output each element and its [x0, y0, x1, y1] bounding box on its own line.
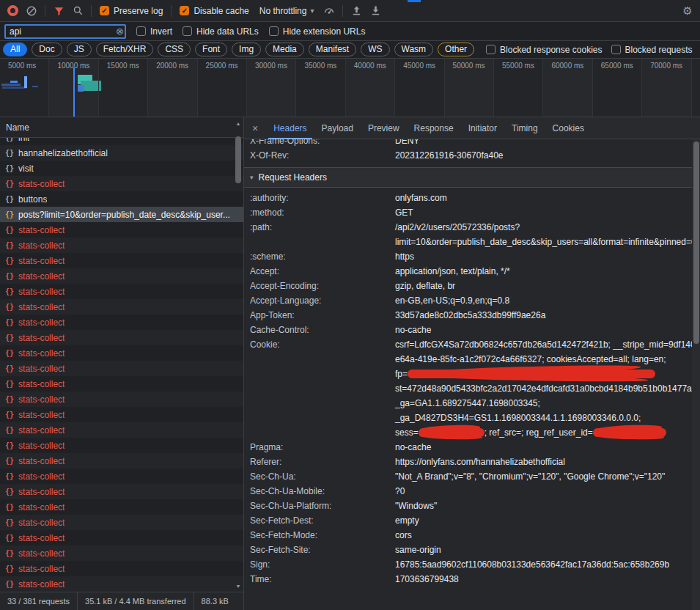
- header-value: GET: [395, 205, 690, 220]
- hide-data-urls-checkbox[interactable]: Hide data URLs: [183, 26, 259, 37]
- request-row-stats-collect[interactable]: {}stats-collect: [0, 499, 243, 515]
- request-name: stats-collect: [18, 410, 65, 420]
- tab-response[interactable]: Response: [409, 117, 459, 139]
- filter-chip-ws[interactable]: WS: [361, 43, 389, 56]
- checkbox-blocked-response-cookies[interactable]: Blocked response cookies: [486, 45, 602, 55]
- header-name: :scheme:: [250, 249, 395, 264]
- filter-chip-all[interactable]: All: [3, 43, 27, 56]
- json-braces-icon: {}: [5, 457, 14, 465]
- filter-chip-img[interactable]: Img: [232, 43, 261, 56]
- request-row-stats-collect[interactable]: {}stats-collect: [0, 515, 243, 530]
- checkbox-label: Blocked response cookies: [500, 45, 602, 55]
- throttling-value: No throttling: [259, 6, 307, 16]
- request-row-stats-collect[interactable]: {}stats-collect: [0, 576, 243, 592]
- request-row-stats-collect[interactable]: {}stats-collect: [0, 484, 243, 499]
- header-value: "Windows": [395, 499, 690, 513]
- record-button[interactable]: [3, 2, 22, 20]
- request-row-stats-collect[interactable]: {}stats-collect: [0, 299, 243, 315]
- timeline-band: 30000 ms: [247, 59, 296, 117]
- header-value: "Not_A Brand";v="8", "Chromium";v="120",…: [395, 469, 690, 484]
- filter-chip-other[interactable]: Other: [438, 43, 474, 56]
- clear-filter-icon[interactable]: ⊗: [116, 26, 124, 37]
- tab-timing[interactable]: Timing: [506, 117, 543, 139]
- request-row-stats-collect[interactable]: {}stats-collect: [0, 315, 243, 330]
- request-row-stats-collect[interactable]: {}stats-collect: [0, 530, 243, 545]
- settings-gear-button[interactable]: ⚙: [678, 2, 697, 20]
- overview-timeline[interactable]: 5000 ms10000 ms15000 ms20000 ms25000 ms3…: [0, 59, 700, 117]
- timeline-tick-label: 50000 ms: [453, 62, 485, 70]
- request-row-stats-collect[interactable]: {}stats-collect: [0, 392, 243, 407]
- network-conditions-button[interactable]: [320, 2, 339, 20]
- throttling-select[interactable]: No throttling ▾: [259, 6, 314, 16]
- tab-headers[interactable]: Headers: [268, 117, 312, 139]
- disable-cache-checkbox[interactable]: ✓ Disable cache: [180, 6, 248, 16]
- clear-button[interactable]: [22, 2, 41, 20]
- request-row-stats-collect[interactable]: {}stats-collect: [0, 176, 243, 191]
- export-har-button[interactable]: [366, 2, 385, 20]
- import-har-button[interactable]: [347, 2, 366, 20]
- invert-checkbox[interactable]: Invert: [136, 26, 172, 37]
- scrollbar-thumb[interactable]: [693, 142, 699, 344]
- request-row-stats-collect[interactable]: {}stats-collect: [0, 361, 243, 376]
- request-row-stats-collect[interactable]: {}stats-collect: [0, 376, 243, 392]
- filter-chip-manifest[interactable]: Manifest: [309, 43, 356, 56]
- filter-chip-wasm[interactable]: Wasm: [394, 43, 434, 56]
- close-details-icon[interactable]: ×: [244, 122, 266, 134]
- request-headers-section-header[interactable]: ▾ Request Headers: [244, 168, 700, 187]
- request-row-stats-collect[interactable]: {}stats-collect: [0, 407, 243, 422]
- tab-cookies[interactable]: Cookies: [548, 117, 589, 139]
- request-table-panel: Name {}init{}hannahelizabethofficial{}vi…: [0, 117, 243, 610]
- filter-chip-js[interactable]: JS: [67, 43, 92, 56]
- filter-chip-doc[interactable]: Doc: [32, 43, 62, 56]
- preserve-log-checkbox[interactable]: ✓ Preserve log: [100, 6, 163, 16]
- request-row-posts-limit-10-order-publish-d[interactable]: {}posts?limit=10&order=publish_date_desc…: [0, 207, 243, 222]
- filter-chip-fetch-xhr[interactable]: Fetch/XHR: [96, 43, 154, 56]
- request-row-stats-collect[interactable]: {}stats-collect: [0, 453, 243, 468]
- filter-toggle-button[interactable]: [49, 2, 68, 20]
- request-row-stats-collect[interactable]: {}stats-collect: [0, 284, 243, 299]
- hide-extension-urls-checkbox[interactable]: Hide extension URLs: [269, 26, 366, 37]
- request-row-stats-collect[interactable]: {}stats-collect: [0, 468, 243, 484]
- request-row-stats-collect[interactable]: {}stats-collect: [0, 330, 243, 345]
- request-list-scrollbar: ▲ ▼: [234, 119, 243, 590]
- filter-chip-font[interactable]: Font: [195, 43, 227, 56]
- disable-cache-label: Disable cache: [194, 6, 248, 16]
- scroll-up-icon[interactable]: ▲: [234, 119, 243, 128]
- request-row-buttons[interactable]: {}buttons: [0, 191, 243, 207]
- request-row-stats-collect[interactable]: {}stats-collect: [0, 561, 243, 576]
- filter-chip-media[interactable]: Media: [265, 43, 304, 56]
- filter-input[interactable]: [4, 24, 126, 39]
- tab-initiator[interactable]: Initiator: [463, 117, 502, 139]
- request-row-stats-collect[interactable]: {}stats-collect: [0, 268, 243, 284]
- request-row-stats-collect[interactable]: {}stats-collect: [0, 545, 243, 561]
- json-braces-icon: {}: [5, 565, 14, 573]
- header-name: Sec-Ch-Ua-Platform:: [250, 499, 395, 513]
- scrollbar-thumb[interactable]: [235, 136, 241, 183]
- timeline-band: 5000 ms: [0, 59, 49, 117]
- timeline-tick-label: 10000 ms: [57, 62, 89, 70]
- name-column-label: Name: [6, 122, 29, 133]
- request-row-hannahelizabethofficial[interactable]: {}hannahelizabethofficial: [0, 145, 243, 161]
- request-row-stats-collect[interactable]: {}stats-collect: [0, 238, 243, 253]
- json-braces-icon: {}: [5, 164, 14, 172]
- search-icon: [73, 5, 84, 16]
- tab-preview[interactable]: Preview: [363, 117, 405, 139]
- focus-highlight-strip: [408, 0, 421, 2]
- header-value: application/json, text/plain, */*: [395, 264, 690, 279]
- request-row-stats-collect[interactable]: {}stats-collect: [0, 438, 243, 453]
- request-row-stats-collect[interactable]: {}stats-collect: [0, 253, 243, 268]
- request-row-stats-collect[interactable]: {}stats-collect: [0, 222, 243, 238]
- search-button[interactable]: [68, 2, 87, 20]
- request-row-visit[interactable]: {}visit: [0, 161, 243, 176]
- checkbox-blocked-requests[interactable]: Blocked requests: [611, 45, 693, 55]
- header-row-pragma: Pragma:no-cache: [244, 440, 700, 455]
- request-row-init[interactable]: {}init: [0, 138, 243, 145]
- tab-payload[interactable]: Payload: [317, 117, 358, 139]
- request-row-stats-collect[interactable]: {}stats-collect: [0, 345, 243, 361]
- scroll-down-icon[interactable]: ▼: [234, 581, 243, 590]
- request-row-stats-collect[interactable]: {}stats-collect: [0, 422, 243, 438]
- header-name: X-Frame-Options:: [250, 139, 395, 148]
- name-column-header[interactable]: Name: [0, 117, 243, 138]
- json-braces-icon: {}: [5, 380, 14, 388]
- filter-chip-css[interactable]: CSS: [158, 43, 191, 56]
